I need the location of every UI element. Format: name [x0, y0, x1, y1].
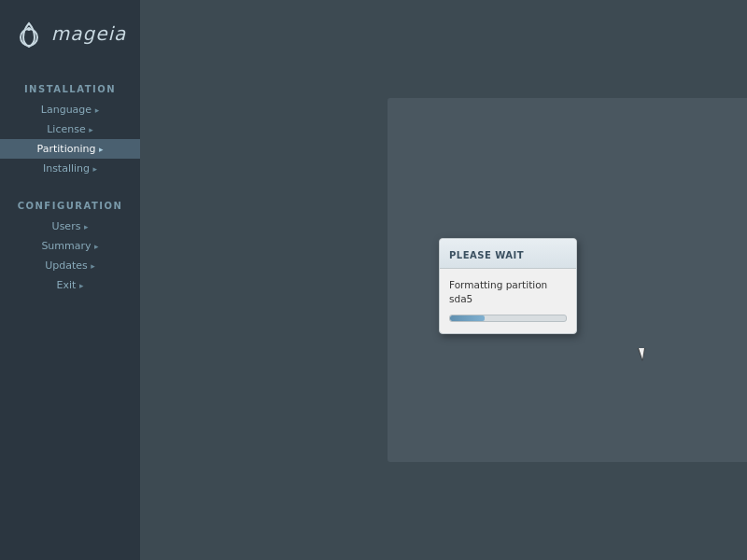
svg-point-1: [27, 27, 31, 31]
dialog-message: Formatting partition sda5: [449, 278, 567, 305]
summary-arrow: ▸: [94, 242, 99, 251]
dialog-body: Formatting partition sda5: [440, 269, 576, 333]
sidebar: mageia INSTALLATION Language ▸ License ▸…: [0, 0, 140, 560]
sidebar-item-license[interactable]: License ▸: [0, 119, 140, 139]
sidebar-item-exit[interactable]: Exit ▸: [0, 275, 140, 295]
sidebar-item-users[interactable]: Users ▸: [0, 217, 140, 236]
license-arrow: ▸: [89, 125, 93, 134]
partitioning-arrow: ▸: [99, 145, 104, 154]
please-wait-dialog: PLEASE WAIT Formatting partition sda5: [439, 238, 577, 334]
updates-arrow: ▸: [91, 261, 95, 271]
progress-bar-fill: [450, 315, 485, 321]
sidebar-item-installing[interactable]: Installing ▸: [0, 159, 140, 178]
installation-section-label: INSTALLATION: [0, 77, 140, 100]
sidebar-item-language[interactable]: Language ▸: [0, 100, 140, 119]
sidebar-item-summary[interactable]: Summary ▸: [0, 236, 140, 256]
sidebar-item-partitioning[interactable]: Partitioning ▸: [0, 139, 140, 159]
mageia-logo-icon: [14, 19, 44, 49]
dialog-title: PLEASE WAIT: [449, 250, 524, 260]
sidebar-item-updates[interactable]: Updates ▸: [0, 256, 140, 275]
installing-arrow: ▸: [93, 164, 98, 174]
logo-area: mageia: [5, 0, 136, 77]
progress-bar-container: [449, 315, 567, 322]
language-arrow: ▸: [95, 105, 100, 115]
dialog-title-bar: PLEASE WAIT: [440, 239, 576, 269]
users-arrow: ▸: [84, 222, 89, 231]
exit-arrow: ▸: [79, 281, 84, 290]
app-name: mageia: [51, 22, 127, 45]
main-content: PLEASE WAIT Formatting partition sda5: [140, 0, 747, 560]
dialog-overlay: PLEASE WAIT Formatting partition sda5: [140, 0, 747, 560]
configuration-section-label: CONFIGURATION: [0, 193, 140, 217]
